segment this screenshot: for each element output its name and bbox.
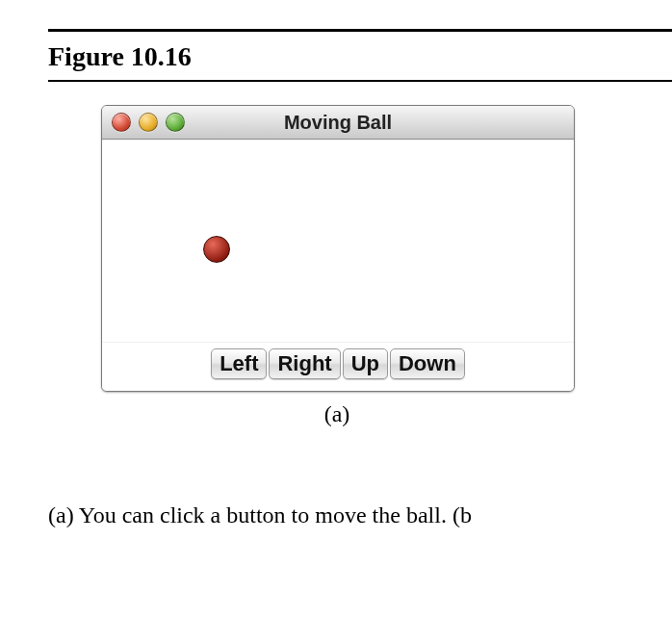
sub-caption: (a) (101, 401, 573, 427)
window-titlebar[interactable]: Moving Ball (102, 106, 574, 140)
down-button[interactable]: Down (390, 348, 465, 379)
ball-canvas (102, 140, 574, 343)
figure-content: Moving Ball Left Right Up Down (a) (101, 105, 672, 427)
minimize-icon[interactable] (139, 113, 158, 132)
window-traffic-lights (112, 113, 185, 132)
button-row: Left Right Up Down (102, 343, 574, 391)
rule-mid (48, 80, 672, 82)
left-button[interactable]: Left (211, 348, 267, 379)
zoom-icon[interactable] (166, 113, 185, 132)
app-window: Moving Ball Left Right Up Down (101, 105, 575, 392)
figure-label: Figure 10.16 (48, 41, 672, 72)
figure-caption: (a) You can click a button to move the b… (48, 502, 672, 528)
page: Figure 10.16 Moving Ball Left Right Up D… (0, 0, 672, 643)
rule-top (48, 29, 672, 32)
right-button[interactable]: Right (269, 348, 340, 379)
close-icon[interactable] (112, 113, 131, 132)
ball (203, 236, 230, 263)
up-button[interactable]: Up (343, 348, 388, 379)
